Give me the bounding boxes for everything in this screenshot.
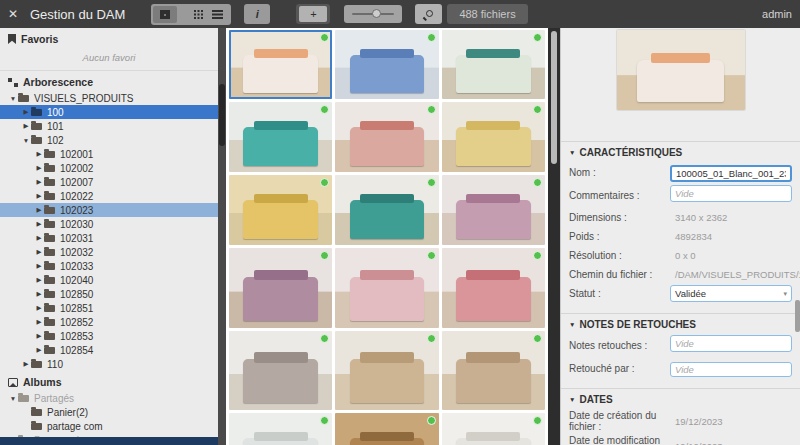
tree-item-102023[interactable]: ▶102023 — [0, 203, 218, 217]
thumbnail-3[interactable] — [442, 30, 545, 99]
comment-textarea[interactable] — [670, 335, 792, 352]
sidebar-scrollbar[interactable] — [218, 28, 226, 445]
thumbnail-12[interactable] — [442, 248, 545, 328]
caret-icon[interactable]: ▶ — [34, 346, 44, 354]
view-mosaic-button[interactable] — [153, 6, 177, 23]
caret-icon[interactable]: ▶ — [34, 192, 44, 200]
add-button[interactable]: + — [299, 6, 327, 22]
thumbnail-18[interactable] — [442, 413, 545, 445]
tree-item-102853[interactable]: ▶102853 — [0, 329, 218, 343]
close-icon[interactable]: ✕ — [8, 7, 22, 21]
thumbnail-14[interactable] — [335, 331, 438, 410]
tree-item-102854[interactable]: ▶102854 — [0, 343, 218, 357]
tree-item-102022[interactable]: ▶102022 — [0, 189, 218, 203]
field-label: Chemin du fichier : — [569, 269, 670, 280]
tree-item-102007[interactable]: ▶102007 — [0, 175, 218, 189]
thumbnail-10[interactable] — [229, 248, 332, 328]
tree-item-102[interactable]: ▼102 — [0, 133, 218, 147]
caret-icon[interactable]: ▶ — [34, 276, 44, 284]
section-header-caracteristiques[interactable]: ▼CARACTÉRISTIQUES — [569, 147, 792, 158]
tree-item-102851[interactable]: ▶102851 — [0, 301, 218, 315]
tree-item-102002[interactable]: ▶102002 — [0, 161, 218, 175]
tree-item-102030[interactable]: ▶102030 — [0, 217, 218, 231]
tree-item-partial[interactable] — [0, 437, 218, 445]
selected-image-preview[interactable] — [617, 30, 745, 110]
panel-scrollbar[interactable] — [795, 28, 800, 445]
tree-item-110[interactable]: ▶110 — [0, 357, 218, 371]
thumbnail-13[interactable] — [229, 331, 332, 410]
caret-icon[interactable]: ▶ — [34, 332, 44, 340]
text-input[interactable] — [670, 362, 792, 377]
thumbnail-16[interactable] — [229, 413, 332, 445]
field-control: 19/12/2023 — [670, 441, 792, 445]
thumbnail-8[interactable] — [335, 175, 438, 245]
sidebar-scrollbar-thumb[interactable] — [219, 84, 225, 146]
status-select[interactable]: Validée▾ — [670, 285, 792, 302]
caret-icon[interactable]: ▶ — [34, 178, 44, 186]
album-item-partagés[interactable]: ▼Partagés — [0, 391, 218, 405]
thumbnail-17[interactable] — [335, 413, 438, 445]
thumbnail-4[interactable] — [229, 102, 332, 172]
caret-icon[interactable]: ▶ — [34, 290, 44, 298]
tree-item-visuels_produits[interactable]: ▼VISUELS_PRODUITS — [0, 91, 218, 105]
tree-item-102033[interactable]: ▶102033 — [0, 259, 218, 273]
view-grid-button[interactable] — [179, 6, 203, 23]
caret-icon[interactable]: ▼ — [8, 95, 18, 102]
caret-icon[interactable]: ▼ — [8, 395, 18, 402]
folder-icon — [44, 291, 55, 298]
thumbnail-6[interactable] — [442, 102, 545, 172]
section-header-dates[interactable]: ▼DATES — [569, 394, 792, 405]
view-list-button[interactable] — [205, 6, 229, 23]
thumbnail-11[interactable] — [335, 248, 438, 328]
album-item-panier(2)[interactable]: ▶Panier(2) — [0, 405, 218, 419]
tree-header[interactable]: Arborescence — [0, 71, 218, 91]
app-title: Gestion du DAM — [30, 7, 125, 22]
info-button[interactable]: i — [244, 4, 270, 24]
field-row-caracteristiques-0: Nom : — [569, 163, 792, 182]
caret-icon[interactable]: ▶ — [34, 150, 44, 158]
caret-icon[interactable]: ▶ — [34, 164, 44, 172]
caret-icon[interactable]: ▶ — [21, 108, 31, 116]
grid-scrollbar[interactable] — [548, 28, 560, 445]
caret-icon[interactable]: ▶ — [34, 220, 44, 228]
thumbnail-2[interactable] — [335, 30, 438, 99]
zoom-slider[interactable] — [344, 5, 402, 23]
caret-icon[interactable]: ▶ — [34, 248, 44, 256]
albums-header[interactable]: Albums — [0, 371, 218, 391]
caret-icon[interactable]: ▶ — [34, 206, 44, 214]
favorites-header[interactable]: Favoris — [0, 28, 218, 48]
caret-icon[interactable]: ▼ — [21, 137, 31, 144]
tree-item-102852[interactable]: ▶102852 — [0, 315, 218, 329]
thumbnail-9[interactable] — [442, 175, 545, 245]
tree-item-label: VISUELS_PRODUITS — [34, 93, 133, 104]
search-button[interactable] — [415, 4, 442, 24]
grid-scrollbar-thumb[interactable] — [551, 31, 557, 164]
section-header-notes-de-retouches[interactable]: ▼NOTES DE RETOUCHES — [569, 319, 792, 330]
panel-scrollbar-thumb[interactable] — [795, 300, 800, 332]
tree-item-102850[interactable]: ▶102850 — [0, 287, 218, 301]
tree-item-101[interactable]: ▶101 — [0, 119, 218, 133]
comment-textarea[interactable] — [670, 185, 792, 202]
caret-icon[interactable]: ▶ — [34, 304, 44, 312]
thumbnail-7[interactable] — [229, 175, 332, 245]
tree-item-102040[interactable]: ▶102040 — [0, 273, 218, 287]
caret-icon[interactable]: ▶ — [34, 234, 44, 242]
caret-icon[interactable]: ▶ — [21, 360, 31, 368]
tree-item-102032[interactable]: ▶102032 — [0, 245, 218, 259]
field-row-caracteristiques-2: Dimensions :3140 x 2362 — [569, 209, 792, 225]
folder-icon — [44, 305, 55, 312]
album-item-partage-com[interactable]: ▶partage com — [0, 419, 218, 433]
tree-item-102031[interactable]: ▶102031 — [0, 231, 218, 245]
thumbnail-1[interactable] — [229, 30, 332, 99]
caret-icon[interactable]: ▶ — [34, 318, 44, 326]
thumbnail-5[interactable] — [335, 102, 438, 172]
slider-knob[interactable] — [372, 9, 381, 18]
field-label: Date de création du fichier : — [569, 410, 670, 432]
tree-item-102001[interactable]: ▶102001 — [0, 147, 218, 161]
thumbnail-15[interactable] — [442, 331, 545, 410]
tree-item-100[interactable]: ▶100 — [0, 105, 218, 119]
name-input[interactable] — [670, 165, 792, 182]
caret-icon[interactable]: ▶ — [34, 262, 44, 270]
field-label: Retouché par : — [569, 363, 670, 374]
caret-icon[interactable]: ▶ — [21, 122, 31, 130]
